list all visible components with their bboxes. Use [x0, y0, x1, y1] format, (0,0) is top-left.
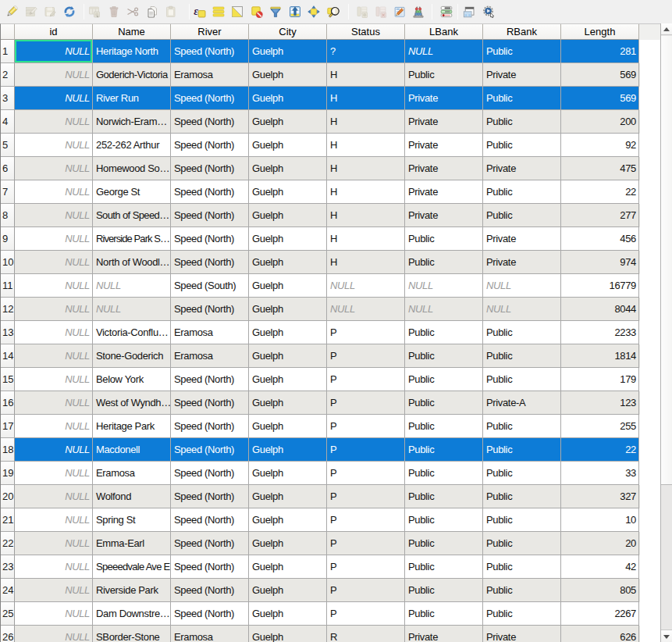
svg-text:ε: ε	[194, 5, 198, 17]
